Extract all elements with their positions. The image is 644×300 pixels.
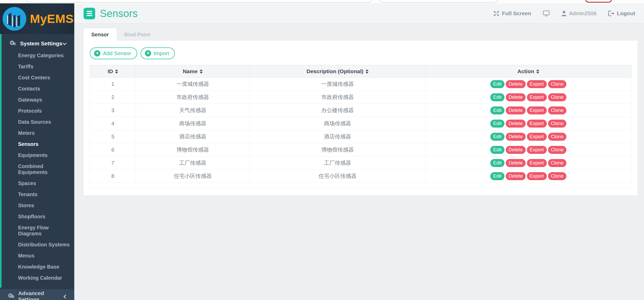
cell-description: 酒店传感器 bbox=[250, 130, 426, 143]
topbar-controls: Full Screen Admin2506 bbox=[493, 10, 635, 17]
logout-label: Logout bbox=[617, 10, 635, 16]
myems-logo-icon bbox=[2, 6, 27, 31]
table-header-row: ID Name Description (Optional) Action bbox=[90, 65, 631, 78]
sidebar-item-energy-flow-diagrams[interactable]: Energy Flow Diagrams bbox=[2, 222, 74, 239]
sidebar-item-contacts[interactable]: Contacts bbox=[2, 83, 74, 94]
table-row: 3天气传感器办公楼传感器EditDeleteExportClone bbox=[90, 104, 631, 117]
cell-description: 一度城传感器 bbox=[250, 78, 426, 91]
sidebar-item-data-sources[interactable]: Data Sources bbox=[2, 116, 74, 128]
delete-button[interactable]: Delete bbox=[506, 172, 526, 180]
add-sensor-button[interactable]: + Add Sensor bbox=[90, 47, 137, 59]
sidebar-item-combined-equipments[interactable]: Combined Equipments bbox=[2, 161, 74, 178]
cell-name: 工厂传感器 bbox=[136, 156, 250, 170]
cell-name: 酒店传感器 bbox=[136, 130, 250, 143]
delete-button[interactable]: Delete bbox=[506, 106, 526, 114]
clone-button[interactable]: Clone bbox=[548, 172, 567, 180]
sidebar-item-tenants[interactable]: Tenants bbox=[2, 189, 74, 200]
column-header-action[interactable]: Action bbox=[426, 65, 631, 78]
clone-button[interactable]: Clone bbox=[548, 120, 567, 128]
delete-button[interactable]: Delete bbox=[506, 159, 526, 167]
edit-button[interactable]: Edit bbox=[490, 120, 504, 128]
export-button[interactable]: Export bbox=[527, 146, 547, 154]
browser-red-button-fragment bbox=[585, 0, 612, 3]
myems-admin-page: { "brand": { "logo_text": "MyEMS" }, "co… bbox=[0, 0, 644, 300]
logout-icon bbox=[608, 10, 615, 16]
delete-button[interactable]: Delete bbox=[506, 80, 526, 88]
edit-button[interactable]: Edit bbox=[490, 159, 504, 167]
fullscreen-button[interactable]: Full Screen bbox=[493, 10, 531, 17]
sidebar-item-shopfloors[interactable]: Shopfloors bbox=[2, 211, 74, 222]
cell-id: 3 bbox=[90, 104, 136, 117]
clone-button[interactable]: Clone bbox=[548, 93, 567, 101]
edit-button[interactable]: Edit bbox=[490, 106, 504, 114]
sidebar-section-advanced-settings[interactable]: ⚙⚙ Advanced Settings bbox=[0, 289, 74, 300]
cell-id: 5 bbox=[90, 130, 136, 143]
sidebar-item-energy-categories[interactable]: Energy Categories bbox=[2, 50, 74, 61]
edit-button[interactable]: Edit bbox=[490, 146, 504, 154]
sidebar-section-system-settings[interactable]: ⚙⚙ System Settings bbox=[2, 37, 74, 49]
logo[interactable]: MyEMS bbox=[0, 3, 74, 34]
cell-action: EditDeleteExportClone bbox=[426, 117, 631, 130]
delete-button[interactable]: Delete bbox=[506, 93, 526, 101]
clone-button[interactable]: Clone bbox=[548, 159, 567, 167]
export-button[interactable]: Export bbox=[527, 120, 547, 128]
clone-button[interactable]: Clone bbox=[548, 133, 567, 141]
edit-button[interactable]: Edit bbox=[490, 172, 504, 180]
sidebar-item-tariffs[interactable]: Tariffs bbox=[2, 61, 74, 72]
edit-button[interactable]: Edit bbox=[490, 133, 504, 141]
tab-sensor[interactable]: Sensor bbox=[84, 28, 117, 41]
export-button[interactable]: Export bbox=[527, 106, 547, 114]
column-header-id[interactable]: ID bbox=[90, 65, 136, 78]
clone-button[interactable]: Clone bbox=[548, 146, 567, 154]
sidebar-item-knowledge-base[interactable]: Knowledge Base bbox=[2, 261, 74, 272]
sidebar-item-stores[interactable]: Stores bbox=[2, 200, 74, 211]
sidebar-item-working-calendar[interactable]: Working Calendar bbox=[2, 272, 74, 284]
main-area: Sensors Full Screen bbox=[74, 3, 644, 300]
column-label: Name bbox=[183, 68, 198, 74]
delete-button[interactable]: Delete bbox=[506, 133, 526, 141]
sidebar-item-cost-centers[interactable]: Cost Centers bbox=[2, 72, 74, 83]
logout-button[interactable]: Logout bbox=[608, 10, 635, 16]
sidebar-item-protocols[interactable]: Protocols bbox=[2, 105, 74, 116]
sidebar-item-equipments[interactable]: Equipments bbox=[2, 150, 74, 161]
sidebar-item-spaces[interactable]: Spaces bbox=[2, 178, 74, 189]
delete-button[interactable]: Delete bbox=[506, 146, 526, 154]
import-button[interactable]: + Import bbox=[141, 47, 175, 59]
sidebar-item-meters[interactable]: Meters bbox=[2, 128, 74, 139]
sidebar-item-sensors[interactable]: Sensors bbox=[2, 139, 74, 150]
clone-button[interactable]: Clone bbox=[548, 106, 567, 114]
clone-button[interactable]: Clone bbox=[548, 80, 567, 88]
cell-name: 市政府传感器 bbox=[136, 91, 250, 104]
tab-bind-point[interactable]: Bind Point bbox=[117, 28, 158, 41]
table-row: 7工厂传感器工厂传感器EditDeleteExportClone bbox=[90, 156, 631, 170]
sidebar-item-menus[interactable]: Menus bbox=[2, 250, 74, 261]
export-button[interactable]: Export bbox=[527, 80, 547, 88]
delete-button[interactable]: Delete bbox=[506, 120, 526, 128]
table-footer-row bbox=[90, 183, 631, 188]
sidebar-item-gateways[interactable]: Gateways bbox=[2, 94, 74, 105]
sidebar-item-distribution-systems[interactable]: Distribution Systems bbox=[2, 239, 74, 250]
menu-toggle-button[interactable] bbox=[84, 8, 95, 19]
table-row: 6博物馆传感器博物馆传感器EditDeleteExportClone bbox=[90, 143, 631, 156]
cell-id: 8 bbox=[90, 170, 136, 183]
tab-bar: Sensor Bind Point bbox=[84, 28, 638, 41]
sort-icon bbox=[200, 69, 203, 74]
export-button[interactable]: Export bbox=[527, 133, 547, 141]
cell-description: 办公楼传感器 bbox=[250, 104, 426, 117]
sidebar-menu: Energy CategoriesTariffsCost CentersCont… bbox=[2, 50, 74, 284]
export-button[interactable]: Export bbox=[527, 159, 547, 167]
column-header-name[interactable]: Name bbox=[136, 65, 250, 78]
user-menu[interactable]: Admin2506 bbox=[561, 10, 597, 16]
column-header-description[interactable]: Description (Optional) bbox=[250, 65, 426, 78]
column-label: ID bbox=[108, 68, 113, 74]
cell-action: EditDeleteExportClone bbox=[426, 104, 631, 117]
edit-button[interactable]: Edit bbox=[490, 93, 504, 101]
sort-icon bbox=[365, 69, 369, 74]
cell-name: 住宅小区传感器 bbox=[136, 170, 250, 183]
export-button[interactable]: Export bbox=[527, 93, 547, 101]
export-button[interactable]: Export bbox=[527, 172, 547, 180]
toolbar: + Add Sensor + Import bbox=[90, 47, 631, 59]
display-button[interactable] bbox=[543, 10, 550, 17]
cell-action: EditDeleteExportClone bbox=[426, 170, 631, 183]
edit-button[interactable]: Edit bbox=[490, 80, 504, 88]
